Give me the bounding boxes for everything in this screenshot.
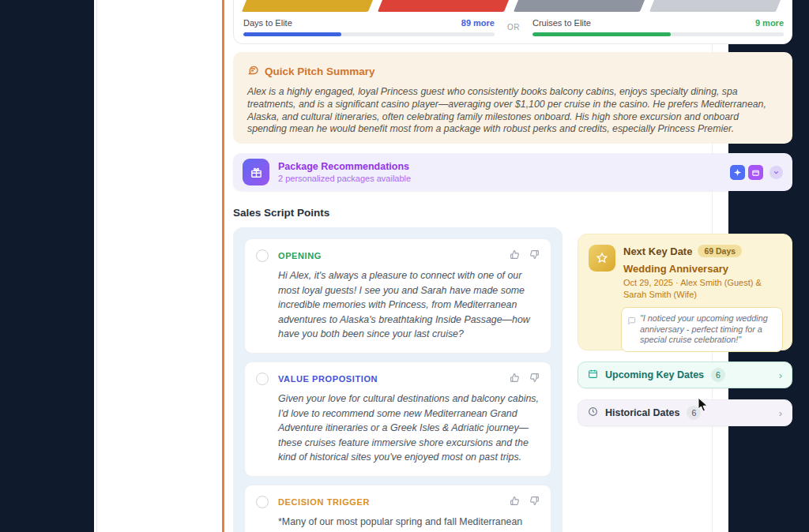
thumbs-down-icon[interactable] — [529, 372, 540, 386]
thumbs-up-icon[interactable] — [510, 372, 520, 386]
orange-accent-line — [222, 0, 224, 532]
package-sparkle-button[interactable] — [730, 165, 745, 180]
calendar-icon — [588, 368, 598, 382]
days-to-elite-progress: Days to Elite 89 more — [243, 18, 495, 36]
sales-script-heading: Sales Script Points — [233, 207, 329, 219]
opening-text: Hi Alex, it's always a pleasure to conne… — [278, 268, 539, 342]
thumbs-down-icon[interactable] — [529, 495, 540, 509]
loyalty-tier-bar — [242, 1, 785, 11]
app-page: Days to Elite 89 more OR Cruises to Elit… — [94, 0, 728, 532]
days-until-badge: 69 Days — [698, 245, 742, 257]
thumbs-down-icon[interactable] — [529, 249, 540, 263]
tier-segment-gold[interactable] — [242, 0, 374, 12]
package-recommendations-row[interactable]: Package Recommendations 2 personalized p… — [233, 153, 792, 191]
star-icon — [589, 245, 615, 272]
next-key-date-card: Next Key Date 69 Days Wedding Anniversar… — [578, 234, 792, 350]
days-progress-fill — [243, 32, 341, 36]
cruises-progress-fill — [532, 32, 671, 36]
main-content: Days to Elite 89 more OR Cruises to Elit… — [233, 0, 792, 532]
days-to-elite-remaining: 89 more — [461, 18, 495, 28]
package-recommendations-title: Package Recommendations — [278, 161, 730, 172]
upcoming-key-dates-label: Upcoming Key Dates — [605, 369, 704, 380]
thumbs-up-icon[interactable] — [510, 495, 520, 509]
cruises-progress-track — [532, 32, 784, 36]
cruises-to-elite-progress: Cruises to Elite 9 more — [532, 18, 784, 36]
package-box-button[interactable] — [748, 165, 763, 180]
key-date-suggestion-box: "I noticed your upcoming wedding anniver… — [621, 307, 783, 352]
value-proposition-label: VALUE PROPOSITION — [278, 374, 510, 384]
quote-bubble-icon — [627, 314, 636, 346]
app-screen: { "loyalty": { "tiers": [ { "name": "gol… — [0, 0, 809, 532]
clock-icon — [588, 406, 598, 420]
key-date-event: Wedding Anniversary — [623, 263, 773, 275]
opening-checkbox[interactable] — [256, 249, 269, 262]
script-card-opening: OPENING Hi Alex, it's always a pleasure … — [244, 238, 551, 354]
chevron-right-icon: › — [779, 369, 782, 381]
pitch-bubble-icon — [247, 64, 259, 79]
decision-trigger-label: DECISION TRIGGER — [278, 497, 510, 507]
tier-segment-light[interactable] — [649, 0, 782, 12]
script-card-decision-trigger: DECISION TRIGGER *Many of our most popul… — [244, 485, 551, 532]
mouse-cursor — [697, 397, 709, 416]
historical-dates-label: Historical Dates — [605, 407, 679, 418]
upcoming-key-dates-accordion[interactable]: Upcoming Key Dates 6 › — [578, 362, 792, 388]
cruises-to-elite-label: Cruises to Elite — [532, 18, 591, 28]
thumbs-up-icon[interactable] — [510, 249, 520, 263]
package-expand-chevron[interactable] — [769, 166, 783, 179]
historical-dates-accordion[interactable]: Historical Dates 6 › — [578, 399, 792, 426]
decision-trigger-text: *Many of our most popular spring and fal… — [278, 515, 539, 532]
or-separator: OR — [495, 18, 532, 32]
quick-pitch-body: Alex is a highly engaged, loyal Princess… — [247, 86, 778, 136]
package-recommendations-subtitle: 2 personalized packages available — [278, 174, 730, 183]
tier-segment-gray[interactable] — [514, 0, 646, 12]
next-key-date-title: Next Key Date — [623, 245, 692, 257]
upcoming-count-badge: 6 — [711, 368, 725, 382]
quick-pitch-title: Quick Pitch Summary — [265, 66, 375, 77]
days-to-elite-label: Days to Elite — [243, 18, 292, 28]
page-edge-divider — [96, 0, 97, 532]
chevron-right-icon: › — [779, 407, 782, 419]
loyalty-progress-card: Days to Elite 89 more OR Cruises to Elit… — [233, 0, 792, 44]
decision-trigger-checkbox[interactable] — [256, 496, 269, 508]
script-card-value-proposition: VALUE PROPOSITION Given your love for cu… — [244, 362, 551, 477]
sales-script-panel: OPENING Hi Alex, it's always a pleasure … — [233, 227, 563, 532]
quick-pitch-summary-card: Quick Pitch Summary Alex is a highly eng… — [233, 52, 792, 144]
tier-segment-red[interactable] — [378, 0, 510, 12]
cruises-to-elite-remaining: 9 more — [755, 18, 784, 28]
key-date-quote: "I noticed your upcoming wedding anniver… — [640, 313, 775, 346]
opening-label: OPENING — [278, 251, 510, 260]
key-date-details: Oct 29, 2025 · Alex Smith (Guest) & Sara… — [623, 277, 773, 300]
days-progress-track — [243, 32, 495, 36]
value-proposition-checkbox[interactable] — [256, 373, 269, 385]
package-gift-icon — [243, 159, 269, 185]
value-proposition-text: Given your love for cultural destination… — [278, 392, 539, 465]
